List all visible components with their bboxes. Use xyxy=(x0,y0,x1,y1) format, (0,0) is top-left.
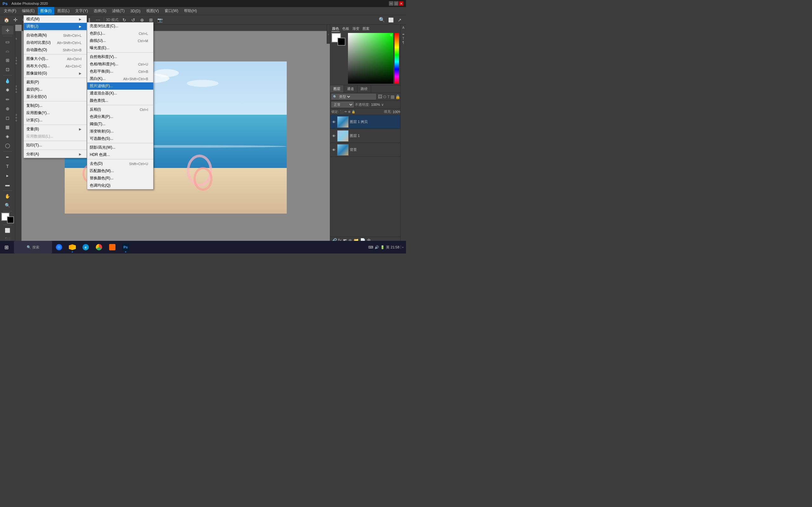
clone-tool[interactable]: ⊕ xyxy=(2,104,13,113)
taskbar-cortana[interactable] xyxy=(53,241,65,253)
eyedropper-tool[interactable]: 💧 xyxy=(2,77,13,85)
layer-item-copy[interactable]: 👁 图层 1 拷贝 xyxy=(330,115,406,129)
adj-curves[interactable]: 曲线(U)... Ctrl+M xyxy=(87,37,153,44)
menu-calculations[interactable]: 计算(C)... xyxy=(24,117,87,124)
taskbar-edge[interactable]: e xyxy=(79,241,92,253)
adj-desaturate[interactable]: 去色(D) Shift+Ctrl+U xyxy=(87,160,153,167)
eraser-tool[interactable]: ◻ xyxy=(2,113,13,122)
lock-position-btn[interactable]: ✏ xyxy=(345,110,347,113)
object-select-tool[interactable]: ⊞ xyxy=(2,56,13,64)
lasso-tool[interactable]: ⌓ xyxy=(2,47,13,55)
shape-tool[interactable]: ▬ xyxy=(2,180,13,189)
tab-channels[interactable]: 通道 xyxy=(344,85,357,93)
spot-heal-tool[interactable]: ✱ xyxy=(2,86,13,95)
adj-hdr-toning[interactable]: HDR 色调... xyxy=(87,151,153,158)
layer-filter-icon1[interactable]: 🖼 xyxy=(378,94,382,99)
layer-item-1[interactable]: 👁 图层 1 xyxy=(330,129,406,143)
layer-item-bg[interactable]: 👁 背景 🔒 xyxy=(330,143,406,157)
arrange-button[interactable]: ⬜ xyxy=(387,16,395,24)
crop-tool[interactable]: ⊡ xyxy=(2,65,13,74)
adj-color-balance[interactable]: 色彩平衡(B)... Ctrl+B xyxy=(87,68,153,75)
adj-selective-color[interactable]: 可选颜色(S)... xyxy=(87,135,153,142)
brush-tool[interactable]: ✏ xyxy=(2,95,13,104)
adj-hue-sat[interactable]: 色相/饱和度(H)... Ctrl+U xyxy=(87,60,153,68)
layer-search-box[interactable]: 🔍 类型 xyxy=(332,94,376,100)
menu-trap[interactable]: 陷印(T)... xyxy=(24,142,87,149)
adj-posterize[interactable]: 色调分离(P)... xyxy=(87,113,153,120)
show-desktop-btn[interactable]: ▫ xyxy=(401,245,403,249)
opacity-arrow[interactable]: ∨ xyxy=(381,103,384,107)
path-select-tool[interactable]: ▸ xyxy=(2,171,13,180)
layer-eye-1[interactable]: 👁 xyxy=(332,134,336,138)
menu-apply-image[interactable]: 应用图像(Y)... xyxy=(24,109,87,117)
quick-mask-btn[interactable]: ⬜ xyxy=(2,226,13,235)
menu-adjust[interactable]: 调整(J) ▶ xyxy=(24,23,87,30)
share-button[interactable]: ↗ xyxy=(396,16,403,24)
adj-replace-color[interactable]: 替换颜色(R)... xyxy=(87,175,153,182)
adj-color-lookup[interactable]: 颜色查找... xyxy=(87,97,153,104)
adj-photo-filter[interactable]: 照片滤镜(F)... xyxy=(87,82,153,90)
rp-para-icon[interactable]: ¶ xyxy=(403,41,404,44)
layer-filter-icon2[interactable]: ⊙ xyxy=(383,94,387,99)
menu-canvas-size[interactable]: 画布大小(S)... Alt+Ctrl+C xyxy=(24,62,87,70)
3d-camera[interactable]: 📷 xyxy=(156,16,164,24)
menu-auto-tone[interactable]: 自动色调(N) Shift+Ctrl+L xyxy=(24,32,87,39)
adj-levels[interactable]: 色阶(L)... Ctrl+L xyxy=(87,30,153,37)
zoom-tool[interactable]: 🔍 xyxy=(2,201,13,210)
color-fg-bg[interactable] xyxy=(332,33,345,46)
taskbar-lang[interactable]: 英 xyxy=(386,245,390,250)
adj-shadows-highlights[interactable]: 阴影/高光(W)... xyxy=(87,144,153,151)
layer-filter-text[interactable]: T xyxy=(387,95,390,99)
menu-3d[interactable]: 3D(D) xyxy=(128,7,143,15)
menu-analysis[interactable]: 分析(A) ▶ xyxy=(24,151,87,158)
menu-reveal-all[interactable]: 显示全部(V) xyxy=(24,93,87,101)
opacity-value[interactable]: 100% xyxy=(371,103,380,107)
menu-file[interactable]: 文件(F) xyxy=(1,7,19,15)
adj-match-color[interactable]: 匹配颜色(M)... xyxy=(87,167,153,175)
adj-brightness[interactable]: 亮度/对比度(C)... xyxy=(87,22,153,30)
tab-swatches[interactable]: 色板 xyxy=(342,26,350,32)
pen-tool[interactable]: ✒ xyxy=(2,153,13,161)
adj-vibrance[interactable]: 自然饱和度(V)... xyxy=(87,53,153,60)
menu-auto-color[interactable]: 自动颜色(O) Shift+Ctrl+B xyxy=(24,46,87,54)
menu-layer[interactable]: 图层(L) xyxy=(55,7,72,15)
layer-filter-select[interactable]: 类型 xyxy=(338,95,351,99)
menu-rotate[interactable]: 图像旋转(G) ▶ xyxy=(24,70,87,77)
tab-gradient[interactable]: 渐变 xyxy=(352,26,360,32)
menu-auto-contrast[interactable]: 自动对比度(U) Alt+Shift+Ctrl+L xyxy=(24,39,87,46)
menu-select[interactable]: 选择(S) xyxy=(91,7,109,15)
adj-threshold[interactable]: 阈值(T)... xyxy=(87,120,153,128)
rp-type-icon[interactable]: T xyxy=(402,37,404,40)
color-hue-bar[interactable] xyxy=(395,33,399,83)
layer-eye-bg[interactable]: 👁 xyxy=(332,148,336,152)
taskbar-chrome[interactable] xyxy=(93,241,105,253)
rp-pen-icon[interactable]: ✒ xyxy=(402,33,405,36)
taskbar-app-4[interactable] xyxy=(106,241,119,253)
menu-edit[interactable]: 编辑(E) xyxy=(19,7,37,15)
move-tool-btn[interactable]: ✛ xyxy=(11,16,19,24)
tab-pattern[interactable]: 图案 xyxy=(362,26,370,32)
menu-help[interactable]: 帮助(H) xyxy=(182,7,200,15)
blend-mode-select[interactable]: 正常 xyxy=(332,102,354,107)
search-button[interactable]: 🔍 xyxy=(378,16,386,24)
adj-exposure[interactable]: 曝光度(E)... xyxy=(87,44,153,52)
tab-color[interactable]: 颜色 xyxy=(332,26,340,32)
minimize-button[interactable]: ─ xyxy=(389,1,393,6)
layer-filter-adjust[interactable]: ▦ xyxy=(391,94,395,99)
type-tool[interactable]: T xyxy=(2,162,13,170)
adj-bw[interactable]: 黑白(K)... Alt+Shift+Ctrl+B xyxy=(87,75,153,82)
menu-filter[interactable]: 滤镜(T) xyxy=(109,7,127,15)
taskbar-ps[interactable]: Ps xyxy=(119,241,132,253)
start-button[interactable]: ⊞ xyxy=(0,241,13,253)
menu-duplicate[interactable]: 复制(D)... xyxy=(24,102,87,109)
hand-tool[interactable]: ✋ xyxy=(2,192,13,201)
lock-all-btn[interactable]: 🔒 xyxy=(351,110,355,113)
taskbar-explorer[interactable] xyxy=(66,241,79,253)
gradient-tool[interactable]: ▦ xyxy=(2,123,13,131)
menu-window[interactable]: 窗口(W) xyxy=(162,7,181,15)
fg-bg-colors[interactable] xyxy=(1,213,14,223)
menu-mode[interactable]: 模式(M) ▶ xyxy=(24,15,87,23)
marquee-tool[interactable]: ▭ xyxy=(2,38,13,46)
rp-color-icon[interactable]: A xyxy=(402,26,404,30)
tab-paths[interactable]: 路径 xyxy=(357,85,371,93)
